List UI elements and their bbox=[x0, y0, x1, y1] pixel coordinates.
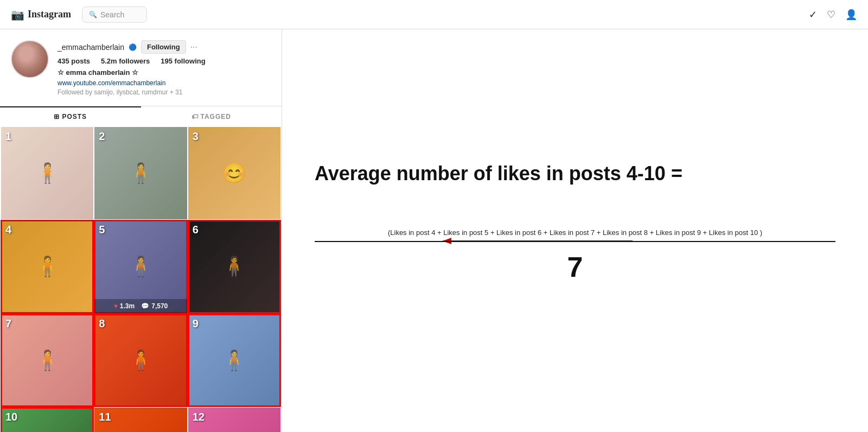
post-7-figure: 🧍 bbox=[35, 349, 60, 372]
main-content: _emmachamberlain 🔵 Following ··· 435 pos… bbox=[0, 29, 868, 432]
post-5-figure: 🧍 bbox=[129, 255, 153, 278]
post-9[interactable]: 🧍 9 bbox=[188, 314, 280, 406]
verified-badge: 🔵 bbox=[129, 43, 137, 51]
post-1[interactable]: 🧍 1 bbox=[1, 127, 93, 219]
post-11[interactable]: 🧍 11 bbox=[94, 408, 187, 432]
tagged-tab-icon: 🏷 bbox=[192, 113, 199, 120]
posts-tab-label: POSTS bbox=[62, 113, 87, 120]
post-10[interactable]: 🧍 10 bbox=[1, 408, 93, 432]
post-5-comments: 💬 7,570 bbox=[141, 302, 168, 310]
verified-icon[interactable]: ✓ bbox=[809, 9, 817, 21]
formula-denominator: 7 bbox=[315, 251, 835, 283]
post-1-number: 1 bbox=[5, 130, 11, 143]
formula-section: (Likes in post 4 + Likes in post 5 + Lik… bbox=[315, 228, 835, 283]
post-3[interactable]: 😊 3 bbox=[188, 127, 280, 219]
post-8-figure: 🧍 bbox=[129, 349, 153, 372]
post-7[interactable]: 🧍 7 bbox=[1, 314, 93, 406]
nav-bar: 📷 Instagram 🔍 Search ✓ ♡ 👤 bbox=[0, 0, 868, 29]
profile-name-row: _emmachamberlain 🔵 Following ··· bbox=[58, 40, 271, 54]
post-3-number: 3 bbox=[193, 130, 199, 143]
following-button[interactable]: Following bbox=[141, 40, 186, 54]
post-4-figure: 🧍 bbox=[35, 255, 60, 278]
instagram-panel: _emmachamberlain 🔵 Following ··· 435 pos… bbox=[0, 29, 282, 432]
post-5-number: 5 bbox=[99, 224, 105, 236]
comment-icon: 💬 bbox=[141, 302, 149, 310]
formula-numerator: (Likes in post 4 + Likes in post 5 + Lik… bbox=[315, 228, 835, 237]
profile-tabs: ⊞ POSTS 🏷 TAGGED bbox=[0, 106, 282, 126]
search-icon: 🔍 bbox=[89, 11, 97, 18]
following-count: 195 following bbox=[161, 57, 205, 65]
logo: 📷 Instagram bbox=[11, 8, 71, 21]
post-6-bg: 🧍 bbox=[188, 220, 280, 313]
post-1-figure: 🧍 bbox=[35, 162, 60, 185]
post-5-likes: ♥ 1.3m bbox=[114, 302, 135, 310]
post-9-bg: 🧍 bbox=[188, 314, 280, 406]
post-2[interactable]: 🧍 2 bbox=[94, 127, 187, 219]
profile-header: _emmachamberlain 🔵 Following ··· 435 pos… bbox=[0, 29, 282, 101]
post-4[interactable]: 🧍 4 bbox=[1, 220, 93, 313]
post-11-number: 11 bbox=[99, 411, 111, 423]
post-10-number: 10 bbox=[5, 411, 17, 423]
posts-tab-icon: ⊞ bbox=[54, 113, 60, 120]
followers-count: 5.2m followers bbox=[101, 57, 150, 65]
more-button[interactable]: ··· bbox=[190, 42, 197, 52]
logo-text: Instagram bbox=[28, 9, 71, 20]
posts-count: 435 posts bbox=[58, 57, 90, 65]
post-4-bg: 🧍 bbox=[1, 220, 93, 313]
post-6-number: 6 bbox=[193, 224, 199, 236]
bio-link[interactable]: www.youtube.com/emmachamberlain bbox=[58, 79, 165, 87]
profile-info: _emmachamberlain 🔵 Following ··· 435 pos… bbox=[58, 40, 271, 96]
logo-icon: 📷 bbox=[11, 8, 24, 21]
post-5[interactable]: 🧍 5 ♥ 1.3m 💬 7,570 bbox=[94, 220, 187, 313]
avatar bbox=[11, 40, 49, 78]
stats-row: 435 posts 5.2m followers 195 following bbox=[58, 57, 271, 65]
post-8[interactable]: 🧍 8 bbox=[94, 314, 187, 406]
post-5-overlay: ♥ 1.3m 💬 7,570 bbox=[94, 299, 187, 313]
tagged-tab-label: TAGGED bbox=[201, 113, 231, 120]
post-12-number: 12 bbox=[193, 411, 205, 423]
tab-posts[interactable]: ⊞ POSTS bbox=[0, 106, 141, 126]
post-6-figure: 🧍 bbox=[222, 255, 246, 278]
posts-stat: 435 posts bbox=[58, 57, 90, 65]
bio-name: ☆ emma chamberlain ☆ bbox=[58, 68, 271, 77]
post-8-number: 8 bbox=[99, 317, 105, 330]
heart-icon: ♥ bbox=[114, 302, 118, 310]
explanation-panel: Average number of likes in posts 4-10 = … bbox=[282, 29, 868, 432]
followers-stat: 5.2m followers bbox=[101, 57, 150, 65]
post-6[interactable]: 🧍 6 bbox=[188, 220, 280, 313]
username: _emmachamberlain bbox=[58, 43, 124, 52]
post-12[interactable]: 🧍 12 bbox=[188, 408, 280, 432]
search-bar[interactable]: 🔍 Search bbox=[82, 7, 147, 23]
nav-icons: ✓ ♡ 👤 bbox=[809, 9, 857, 21]
tab-tagged[interactable]: 🏷 TAGGED bbox=[141, 106, 282, 126]
heart-icon[interactable]: ♡ bbox=[827, 9, 835, 21]
post-2-figure: 🧍 bbox=[129, 162, 153, 185]
post-3-figure: 😊 bbox=[222, 162, 246, 185]
formula-divider bbox=[315, 241, 835, 242]
post-8-bg: 🧍 bbox=[94, 314, 187, 406]
post-7-bg: 🧍 bbox=[1, 314, 93, 406]
post-7-number: 7 bbox=[5, 317, 11, 330]
post-1-bg: 🧍 bbox=[1, 127, 93, 219]
post-9-number: 9 bbox=[193, 317, 199, 330]
post-9-figure: 🧍 bbox=[222, 349, 246, 372]
post-5-comments-count: 7,570 bbox=[151, 302, 168, 310]
search-placeholder: Search bbox=[100, 10, 124, 19]
avg-title: Average number of likes in posts 4-10 = bbox=[315, 162, 835, 185]
post-5-likes-count: 1.3m bbox=[120, 302, 135, 310]
following-stat: 195 following bbox=[161, 57, 205, 65]
post-3-bg: 😊 bbox=[188, 127, 280, 219]
bio-followed-by: Followed by samijo, ilysbcat, rumdmur + … bbox=[58, 88, 271, 96]
posts-grid: 🧍 1 🧍 2 😊 3 🧍 4 bbox=[0, 126, 282, 432]
post-2-bg: 🧍 bbox=[94, 127, 187, 219]
post-4-number: 4 bbox=[5, 224, 11, 236]
post-2-number: 2 bbox=[99, 130, 105, 143]
profile-icon[interactable]: 👤 bbox=[845, 9, 857, 21]
